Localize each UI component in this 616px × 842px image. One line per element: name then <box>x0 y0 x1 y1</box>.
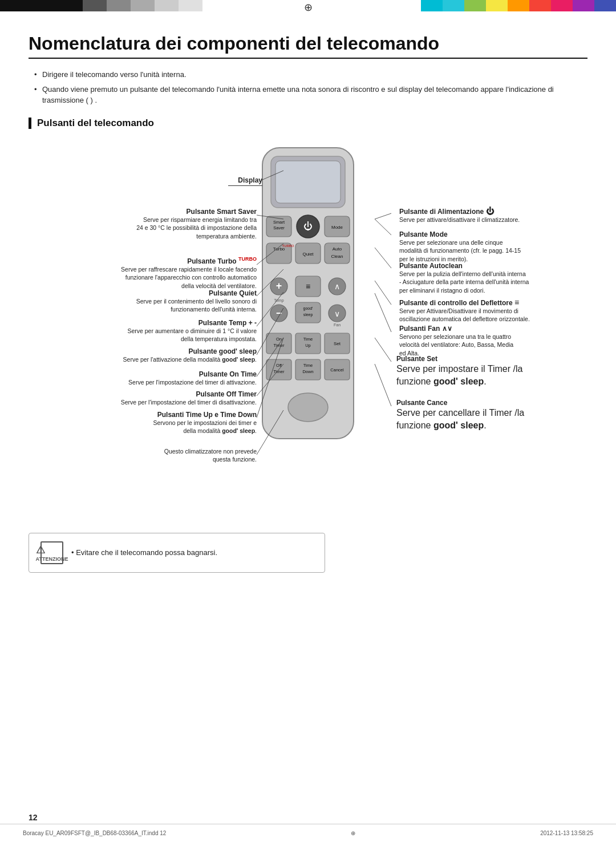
label-fan: Pulsanti Fan ∧∨ Servono per selezionare … <box>399 325 587 358</box>
footer-center: ⊕ <box>351 830 355 836</box>
svg-line-67 <box>375 364 391 406</box>
svg-text:+: + <box>276 280 282 292</box>
svg-text:Fan: Fan <box>334 323 341 327</box>
bar-indigo <box>594 0 616 11</box>
bar-teal <box>443 0 464 11</box>
warning-box: ⚠ ATTENZIONE • Evitare che il telecomand… <box>29 533 325 573</box>
remote-svg: Smart Saver ⏻ Mode Turbo TURBO Quiet Aut… <box>254 145 362 442</box>
label-set: Pulsante Set Serve per impostare il Time… <box>396 355 590 388</box>
bar-gray <box>107 0 131 11</box>
svg-text:good': good' <box>303 306 313 311</box>
label-quiet: Pulsante Quiet Serve per il contenimento… <box>97 289 257 314</box>
remote-control: Smart Saver ⏻ Mode Turbo TURBO Quiet Aut… <box>254 145 362 443</box>
label-no-function: Questo climatizzatore non prevedequesta … <box>97 447 257 464</box>
label-mode: Pulsante Mode Serve per selezionare una … <box>399 230 587 264</box>
bar-green <box>464 0 486 11</box>
svg-text:Temp: Temp <box>274 298 283 303</box>
bar-lightgray <box>131 0 155 11</box>
bar-white <box>179 0 202 11</box>
label-power: Pulsante di Alimentazione ⏻ Serve per at… <box>399 207 587 224</box>
bar-orange <box>508 0 529 11</box>
svg-text:Up: Up <box>305 343 311 348</box>
label-deflettore: Pulsante di controllo del Deflettore ≡ S… <box>399 298 587 323</box>
page-title: Nomenclatura dei componenti del telecoma… <box>29 33 587 59</box>
svg-line-66 <box>375 338 391 362</box>
label-smart-saver: Pulsante Smart Saver Serve per risparmia… <box>63 208 257 241</box>
top-bar-right <box>308 0 616 11</box>
bullet-1: Dirigere il telecomando verso l'unità in… <box>34 69 587 80</box>
svg-text:Timer: Timer <box>274 369 285 374</box>
warning-icon: ⚠ ATTENZIONE <box>40 541 63 564</box>
footer-left: Boracay EU_AR09FSFT@_IB_DB68-03366A_IT.i… <box>23 830 166 836</box>
svg-text:∧: ∧ <box>334 282 340 291</box>
bar-pink <box>551 0 573 11</box>
label-turbo: Pulsante Turbo TURBO Serve per raffresca… <box>63 256 257 290</box>
svg-line-62 <box>375 219 391 235</box>
label-temp: Pulsante Temp + - Serve per aumentare o … <box>97 319 257 343</box>
label-time-updown: Pulsanti Time Up e Time Down Servono per… <box>74 411 257 435</box>
label-off-timer: Pulsante Off Timer Serve per l'impostazi… <box>97 390 257 407</box>
svg-text:TURBO: TURBO <box>282 244 294 248</box>
warning-text: • Evitare che il telecomando possa bagna… <box>71 548 217 557</box>
svg-text:Auto: Auto <box>333 246 342 252</box>
svg-text:Timer: Timer <box>274 343 285 348</box>
bullet-2: Quando viene premuto un pulsante del tel… <box>34 84 587 106</box>
label-autoclean: Pulsante Autoclean Serve per la pulizia … <box>399 262 587 295</box>
footer: Boracay EU_AR09FSFT@_IB_DB68-03366A_IT.i… <box>0 824 616 842</box>
label-good-sleep: Pulsante good' sleep Serve per l'attivaz… <box>97 347 257 364</box>
svg-text:sleep: sleep <box>303 313 313 317</box>
diagram-container: Smart Saver ⏻ Mode Turbo TURBO Quiet Aut… <box>29 139 587 527</box>
svg-text:Cancel: Cancel <box>330 367 344 373</box>
section-heading: Pulsanti del telecomando <box>29 118 587 129</box>
bar-yellow <box>486 0 508 11</box>
svg-text:⏻: ⏻ <box>303 221 313 231</box>
svg-text:Clean: Clean <box>331 254 343 259</box>
top-bar-left <box>0 0 308 11</box>
svg-text:Set: Set <box>334 341 341 346</box>
page-number: 12 <box>29 813 38 822</box>
svg-line-65 <box>375 293 391 332</box>
label-cancel: Pulsante Cance Serve per cancellare il T… <box>396 399 590 432</box>
bar-black2 <box>51 0 83 11</box>
svg-text:Off: Off <box>276 363 282 368</box>
svg-text:Mode: Mode <box>331 225 343 230</box>
svg-text:Down: Down <box>302 369 313 374</box>
svg-text:Saver: Saver <box>273 225 285 230</box>
bar-silver <box>155 0 179 11</box>
svg-line-63 <box>375 248 391 268</box>
svg-rect-2 <box>275 161 341 203</box>
svg-text:Quiet: Quiet <box>302 252 314 257</box>
svg-text:∨: ∨ <box>334 309 340 318</box>
label-on-timer: Pulsante On Time Serve per l'impostazion… <box>97 370 257 387</box>
footer-right: 2012-11-13 13:58:25 <box>540 830 593 836</box>
svg-text:−: − <box>276 307 282 319</box>
bar-black1 <box>0 0 51 11</box>
warning-label: ATTENZIONE <box>36 556 68 562</box>
bar-cyan <box>421 0 443 11</box>
bar-darkgray <box>83 0 107 11</box>
svg-text:Time: Time <box>303 337 313 342</box>
bar-purple <box>573 0 594 11</box>
svg-text:Time: Time <box>303 363 313 368</box>
label-display: Display <box>148 176 262 186</box>
svg-line-64 <box>375 281 391 305</box>
intro-bullets: Dirigere il telecomando verso l'unità in… <box>29 69 587 106</box>
svg-text:On: On <box>276 337 282 342</box>
svg-text:≡: ≡ <box>306 282 310 291</box>
svg-text:Smart: Smart <box>273 220 285 225</box>
svg-point-49 <box>288 393 328 422</box>
bar-red <box>529 0 551 11</box>
svg-line-61 <box>375 213 391 219</box>
